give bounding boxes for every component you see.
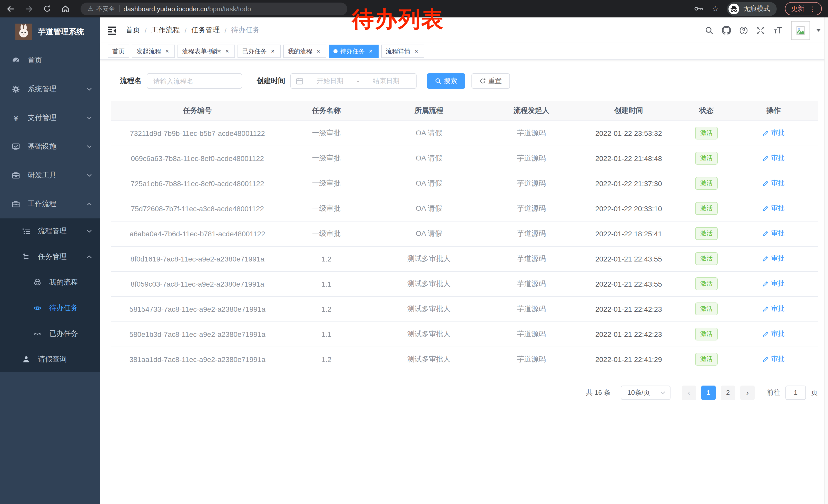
- status-badge: 激活: [695, 177, 718, 189]
- url-text[interactable]: dashboard.yudao.iocoder.cn/bpm/task/todo: [124, 5, 251, 12]
- cell-starter: 芋道源码: [489, 171, 574, 196]
- sidebar-item-process-management[interactable]: 流程管理: [0, 218, 100, 244]
- menu-dots-icon[interactable]: ⋮: [809, 5, 816, 12]
- caret-down-icon[interactable]: [816, 29, 821, 32]
- goto-page-input[interactable]: [785, 385, 806, 400]
- prev-page-button[interactable]: ‹: [682, 385, 696, 400]
- approve-link[interactable]: 审批: [762, 254, 785, 263]
- close-icon[interactable]: [413, 48, 420, 55]
- page-button-1[interactable]: 1: [701, 385, 716, 400]
- process-name-input[interactable]: [147, 73, 242, 89]
- table-row: 069c6a63-7b8a-11ec-8ef0-acde48001122 一级审…: [111, 146, 818, 171]
- list-tree-icon: [22, 227, 31, 235]
- avatar[interactable]: [791, 21, 810, 40]
- sidebar-item-system[interactable]: 系统管理: [0, 75, 100, 103]
- search-icon[interactable]: [705, 26, 714, 35]
- sidebar-item-infrastructure[interactable]: 基础设施: [0, 132, 100, 161]
- cell-process: OA 请假: [369, 221, 489, 246]
- main-area: 首页 / 工作流程 / 任务管理 / 待办任务: [100, 17, 828, 504]
- approve-link[interactable]: 审批: [762, 279, 785, 288]
- close-icon[interactable]: [164, 48, 170, 55]
- status-badge: 激活: [695, 227, 718, 240]
- tab-my-process[interactable]: 我的流程: [283, 45, 326, 58]
- status-badge: 激活: [695, 328, 718, 340]
- sidebar-item-done-tasks[interactable]: 已办任务: [0, 321, 100, 347]
- cell-actions: 审批: [729, 221, 818, 246]
- sidebar-item-todo-tasks[interactable]: 待办任务: [0, 295, 100, 321]
- github-icon[interactable]: [722, 26, 731, 35]
- close-icon[interactable]: [315, 48, 322, 55]
- forward-icon[interactable]: [25, 4, 33, 13]
- goto-label: 前往: [767, 388, 780, 397]
- search-icon: [435, 78, 441, 84]
- cell-create-time: 2022-01-22 21:48:48: [574, 146, 683, 171]
- tab-start-process[interactable]: 发起流程: [132, 45, 175, 58]
- page-size-select[interactable]: 10条/页: [621, 385, 670, 400]
- fullscreen-icon[interactable]: [756, 26, 765, 35]
- next-page-button[interactable]: ›: [740, 385, 755, 400]
- cell-actions: 审批: [729, 321, 818, 347]
- approve-link[interactable]: 审批: [762, 229, 785, 238]
- approve-link[interactable]: 审批: [762, 204, 785, 213]
- breadcrumb-item-current: 待办任务: [231, 26, 260, 35]
- annotation-overlay: 待办列表: [352, 5, 444, 34]
- tab-home[interactable]: 首页: [108, 45, 129, 58]
- tab-process-detail[interactable]: 流程详情: [381, 45, 424, 58]
- home-icon[interactable]: [61, 4, 70, 13]
- sidebar-item-leave-query[interactable]: 请假查询: [0, 347, 100, 372]
- search-button-label: 搜索: [444, 77, 457, 86]
- approve-link[interactable]: 审批: [762, 329, 785, 339]
- approve-link[interactable]: 审批: [762, 129, 785, 138]
- cell-starter: 芋道源码: [489, 196, 574, 221]
- app-logo[interactable]: 芋道管理系统: [0, 17, 100, 46]
- close-icon[interactable]: [367, 48, 374, 55]
- page-button-2[interactable]: 2: [721, 385, 735, 400]
- approve-link[interactable]: 审批: [762, 179, 785, 188]
- security-chip[interactable]: ⚠ 不安全: [88, 4, 115, 13]
- scrollbar-track[interactable]: [824, 17, 828, 504]
- cell-process: OA 请假: [369, 171, 489, 196]
- tab-done-tasks[interactable]: 已办任务: [238, 45, 281, 58]
- breadcrumb-item[interactable]: 首页: [126, 26, 140, 35]
- sidebar-item-my-process[interactable]: 我的流程: [0, 270, 100, 295]
- cell-actions: 审批: [729, 296, 818, 321]
- approve-label: 审批: [771, 304, 785, 314]
- sidebar-item-payment[interactable]: ¥ 支付管理: [0, 103, 100, 132]
- approve-link[interactable]: 审批: [762, 153, 785, 163]
- reload-icon[interactable]: [43, 5, 51, 13]
- key-icon[interactable]: [694, 6, 704, 12]
- sidebar-item-workflow[interactable]: 工作流程: [0, 190, 100, 218]
- search-button[interactable]: 搜索: [427, 73, 465, 89]
- sidebar-item-dev-tools[interactable]: 研发工具: [0, 161, 100, 190]
- cell-status: 激活: [683, 221, 729, 246]
- close-icon[interactable]: [269, 48, 276, 55]
- cell-task-name: 一级审批: [284, 146, 369, 171]
- approve-label: 审批: [771, 329, 785, 339]
- reset-button[interactable]: 重置: [471, 73, 510, 89]
- breadcrumb-item[interactable]: 任务管理: [191, 26, 220, 35]
- update-label: 更新: [791, 4, 804, 13]
- cell-actions: 审批: [729, 271, 818, 296]
- back-icon[interactable]: [6, 4, 15, 13]
- cell-starter: 芋道源码: [489, 246, 574, 271]
- address-bar[interactable]: ⚠ 不安全 dashboard.yudao.iocoder.cn/bpm/tas…: [81, 2, 347, 15]
- breadcrumb-item[interactable]: 工作流程: [151, 26, 180, 35]
- page-size-value: 10条/页: [627, 388, 650, 397]
- date-range-picker[interactable]: 开始日期 - 结束日期: [290, 73, 417, 89]
- close-icon[interactable]: [224, 48, 230, 55]
- column-header-create-time: 创建时间: [574, 101, 683, 121]
- approve-link[interactable]: 审批: [762, 355, 785, 364]
- bookmark-star-icon[interactable]: ☆: [712, 4, 719, 13]
- tab-process-form-edit[interactable]: 流程表单-编辑: [177, 45, 235, 58]
- end-date-placeholder: 结束日期: [361, 77, 411, 86]
- tab-todo-tasks[interactable]: 待办任务: [329, 45, 379, 58]
- sidebar-item-home[interactable]: 首页: [0, 46, 100, 75]
- help-icon[interactable]: [739, 26, 748, 35]
- status-badge: 激活: [695, 353, 718, 365]
- font-size-icon[interactable]: [773, 27, 783, 34]
- update-button[interactable]: 更新 ⋮: [785, 2, 822, 15]
- sidebar-collapse-icon[interactable]: [107, 26, 117, 35]
- approve-link[interactable]: 审批: [762, 304, 785, 314]
- cell-task-name: 一级审批: [284, 171, 369, 196]
- sidebar-item-task-management[interactable]: 任务管理: [0, 244, 100, 270]
